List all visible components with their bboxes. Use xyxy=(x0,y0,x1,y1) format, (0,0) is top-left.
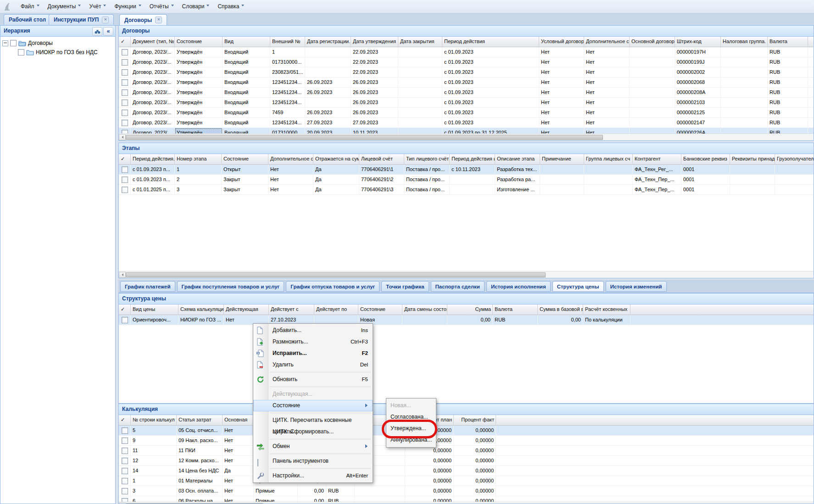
row-checkbox[interactable] xyxy=(122,59,128,66)
column-header[interactable]: ✓ xyxy=(119,154,131,164)
column-header[interactable]: Период действия xyxy=(442,37,539,47)
menu-item-refresh[interactable]: F5 Обновить xyxy=(253,374,373,385)
table-row[interactable]: Договор, 2023/...УтверждёнВходящий230823… xyxy=(119,67,814,78)
column-header[interactable]: Действующая xyxy=(224,305,269,315)
column-header[interactable]: Сумма xyxy=(447,305,493,315)
table-row[interactable]: Договор, 2023/...УтверждёнВходящий017310… xyxy=(119,57,814,67)
column-header[interactable]: Примечание xyxy=(540,154,584,164)
column-header[interactable]: Состояние xyxy=(222,154,268,164)
table-row[interactable]: с 01.01.2025 п...3ЗакрытНетДа7706406291\… xyxy=(119,185,814,195)
table-row[interactable]: 1111 ПКИНетПрямые0,00RUB0,000000,00000 xyxy=(119,446,814,456)
column-header[interactable]: Условный договор xyxy=(539,37,584,47)
menu-item-state[interactable]: Состояние xyxy=(253,400,373,411)
table-row[interactable]: Ориентировоч...НИОКР по ГОЗ ...Нет27.10.… xyxy=(119,315,814,325)
column-header[interactable]: Отражается на сум xyxy=(313,154,359,164)
tree-checkbox[interactable] xyxy=(10,40,17,46)
row-checkbox[interactable] xyxy=(122,468,128,474)
column-header[interactable]: Реквизиты принад xyxy=(730,154,775,164)
tree-item-contracts[interactable]: Договоры xyxy=(2,39,115,48)
table-row[interactable]: 1212 Комм. расхо...НетПрямые0,00RUB0,000… xyxy=(119,456,814,466)
column-header[interactable]: Контрагент xyxy=(633,154,681,164)
table-row[interactable]: 303 Осн. оплата...НетПрямые0,00RUB0,0000… xyxy=(119,486,814,496)
tab-price-structure[interactable]: Структура цены xyxy=(552,281,604,292)
column-header[interactable]: Период действия и xyxy=(450,154,495,164)
collapse-panel-button[interactable]: « xyxy=(103,27,113,36)
column-header[interactable]: Дополнительное с xyxy=(584,37,630,47)
column-header[interactable]: Действует по xyxy=(314,305,358,315)
row-checkbox[interactable] xyxy=(122,120,128,126)
tab-change-history[interactable]: История изменений xyxy=(606,281,667,292)
row-checkbox[interactable] xyxy=(122,79,128,86)
row-checkbox[interactable] xyxy=(122,110,128,116)
tab-goods-receipt-schedule[interactable]: График поступления товаров и услуг xyxy=(177,281,284,292)
table-row[interactable]: Договор, 2023/...УтверждёнВходящий122.09… xyxy=(119,47,814,57)
row-checkbox[interactable] xyxy=(122,488,128,494)
row-checkbox[interactable] xyxy=(122,478,128,484)
menu-file[interactable]: Файл xyxy=(17,1,44,11)
table-row[interactable]: 1414 Цена без НДСДаПрямые0,00RUB0,000000… xyxy=(119,466,814,476)
column-header[interactable]: ✓ xyxy=(119,415,131,425)
row-checkbox[interactable] xyxy=(122,458,128,464)
column-header[interactable]: Статья затрат xyxy=(177,415,223,425)
scroll-left-icon[interactable] xyxy=(119,272,126,278)
scroll-left-icon[interactable] xyxy=(119,134,126,140)
tab-payment-schedule[interactable]: График платежей xyxy=(120,281,175,292)
column-header[interactable]: Период действия.. xyxy=(131,154,175,164)
stages-hscrollbar[interactable] xyxy=(119,271,814,278)
menu-help[interactable]: Справка xyxy=(213,1,248,11)
column-header[interactable]: Группа лицевых сч xyxy=(584,154,633,164)
table-row[interactable]: 505 Соц. отчисл...НетПрямые0,00RUB0,0000… xyxy=(119,426,814,436)
menu-functions[interactable]: Функции xyxy=(110,1,145,11)
column-header[interactable]: Дополнительное с xyxy=(268,154,313,164)
column-header[interactable]: Номер этапа xyxy=(175,154,222,164)
column-header[interactable]: Дата утверждения xyxy=(351,37,398,47)
row-checkbox[interactable] xyxy=(122,69,128,76)
column-header[interactable]: Схема калькуляци xyxy=(178,305,224,315)
table-row[interactable]: 909 Накл. расхо...НетПрямые0,00RUB0,0000… xyxy=(119,436,814,446)
tab-contracts[interactable]: Договоры✕ xyxy=(119,14,167,25)
menu-documents[interactable]: Документы xyxy=(44,1,85,11)
table-row[interactable]: с 01.09.2023 п...2ЗакрытНетДа7706406291\… xyxy=(119,175,814,185)
menu-dictionaries[interactable]: Словари xyxy=(178,1,214,11)
close-icon[interactable]: ✕ xyxy=(102,17,109,23)
row-checkbox[interactable] xyxy=(122,49,128,55)
menu-item-delete[interactable]: Del Удалить xyxy=(253,359,373,371)
menu-accounting[interactable]: Учёт xyxy=(85,1,110,11)
row-checkbox[interactable] xyxy=(122,166,128,173)
column-header[interactable]: Описание этапа xyxy=(495,154,540,164)
tab-desktop[interactable]: Рабочий стол xyxy=(4,14,51,25)
column-header[interactable]: Документ (тип, № xyxy=(131,37,175,47)
column-header[interactable]: Валюта xyxy=(493,305,538,315)
column-header[interactable]: № строки калькул xyxy=(131,415,177,425)
column-header[interactable]: Внешний № xyxy=(270,37,305,47)
row-checkbox[interactable] xyxy=(122,427,128,434)
menu-item-add[interactable]: Ins Добавить... xyxy=(253,325,373,336)
row-checkbox[interactable] xyxy=(122,317,128,323)
column-header[interactable]: Дата смены состоя xyxy=(402,305,447,315)
column-header[interactable]: Налоговая группа. xyxy=(721,37,768,47)
column-header[interactable]: Дата закрытия xyxy=(398,37,442,47)
tab-deal-passports[interactable]: Паспорта сделки xyxy=(431,281,485,292)
scrollbar-thumb[interactable] xyxy=(126,135,603,140)
tab-schedule-points[interactable]: Точки графика xyxy=(381,281,429,292)
table-row[interactable]: с 01.09.2023 п...1ОткрытНетДа7706406291\… xyxy=(119,165,814,175)
scrollbar-thumb[interactable] xyxy=(126,272,546,277)
column-header[interactable]: Состояние xyxy=(175,37,223,47)
column-header[interactable]: Лицевой счёт xyxy=(359,154,404,164)
column-header[interactable]: Валюта xyxy=(768,37,808,47)
tab-instructions-pup[interactable]: Инструкции ПУП✕ xyxy=(49,14,114,25)
tab-goods-release-schedule[interactable]: График отпуска товаров и услуг xyxy=(286,281,379,292)
column-header[interactable]: Тип лицевого счёт xyxy=(404,154,450,164)
contracts-hscrollbar[interactable] xyxy=(119,133,814,140)
tree-checkbox[interactable] xyxy=(18,49,24,55)
column-header[interactable]: Банковские реквиз xyxy=(681,154,730,164)
column-header[interactable]: Состояние xyxy=(358,305,402,315)
table-row[interactable]: Договор, 2023/...УтверждёнВходящий745926… xyxy=(119,108,814,118)
column-header[interactable]: Процент факт xyxy=(454,415,496,425)
column-header[interactable]: ✓ xyxy=(119,305,131,315)
search-button[interactable] xyxy=(92,27,102,36)
menu-item-settings[interactable]: Alt+Enter Настройки... xyxy=(253,470,373,482)
column-header[interactable]: Штрих-код xyxy=(675,37,721,47)
row-checkbox[interactable] xyxy=(122,187,128,193)
column-header[interactable]: Сумма в базовой в xyxy=(538,305,583,315)
